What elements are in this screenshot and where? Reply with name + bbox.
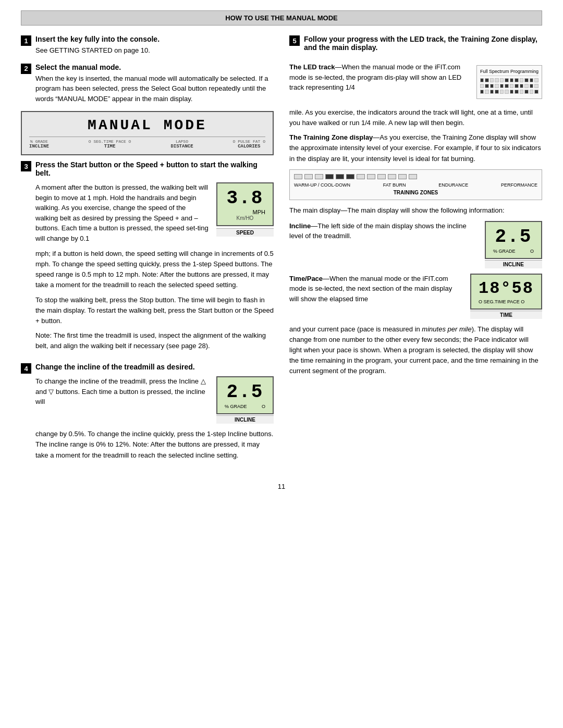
led-cell <box>520 78 524 82</box>
led-cell <box>485 78 489 82</box>
time-label-group: O SEG.TIME PACE O TIME <box>89 139 131 149</box>
training-zone-bottom-label: TRAINING ZONES <box>294 190 537 195</box>
step-1-title: Insert the key fully into the console. <box>35 35 274 43</box>
step-2: 2 Select the manual mode. When the key i… <box>21 63 274 104</box>
training-zone-term: The Training Zone display <box>289 133 373 141</box>
incline-value-step4: 2.5 <box>225 381 265 403</box>
zone-label-warmup: WARM-UP / COOL-DOWN <box>294 182 350 188</box>
zone-labels: WARM-UP / COOL-DOWN FAT BURN ENDURANCE P… <box>294 182 537 188</box>
seg-time-label: O SEG.TIME PACE O <box>479 299 524 304</box>
step-4-inline-row: To change the incline of the treadmill, … <box>35 376 274 424</box>
pulse-label-group: O PULSE FAT O CALORIES <box>233 139 265 149</box>
led-cell <box>524 90 529 94</box>
grade-label-step4: % GRADE <box>225 404 247 409</box>
step-1: 1 Insert the key fully into the console.… <box>21 35 274 56</box>
zone-dot-3 <box>315 174 323 179</box>
led-cell <box>534 90 538 94</box>
step-3-partial-text: A moment after the button is pressed, th… <box>35 182 209 243</box>
led-track-term: The LED track <box>289 63 335 71</box>
lapso-label-group: LAPSO DISTANCE <box>170 139 193 149</box>
incline-dash-text: —The left side of the main display shows… <box>289 222 467 240</box>
grade-label-group: % GRADE INCLINE <box>29 139 49 149</box>
time-body-cont: and your current pace (pace is measured … <box>289 324 542 377</box>
step-1-number: 1 <box>21 35 31 46</box>
incline-bottom-label-main: INCLINE <box>485 260 542 268</box>
led-cell <box>480 90 484 94</box>
led-cell <box>520 84 524 88</box>
zone-indicators <box>294 174 537 179</box>
led-cell <box>530 84 534 88</box>
speed-label: SPEED <box>216 228 274 237</box>
step-4-number: 4 <box>21 363 31 374</box>
led-cell <box>515 90 519 94</box>
time-value: 18°58 <box>479 279 534 298</box>
led-cell <box>480 84 484 88</box>
zone-dot-1 <box>294 174 302 179</box>
zone-label-performance: PERFORMANCE <box>501 182 537 188</box>
led-grid-row2 <box>480 84 538 88</box>
zone-dot-11 <box>398 174 407 179</box>
speed-unit: MPH <box>225 209 265 215</box>
led-track-body-cont: mile. As you exercise, the indicators ar… <box>289 107 542 128</box>
zone-dot-2 <box>304 174 313 179</box>
led-cell <box>520 90 524 94</box>
speed-display-box: 3.8 MPH Km/HO SPEED <box>216 182 274 237</box>
step-3-stop-text: To stop the walking belt, press the Stop… <box>35 295 274 326</box>
led-cell <box>500 78 504 82</box>
step-5-title: Follow your progress with the LED track,… <box>304 35 542 52</box>
o-label-step4: O <box>262 404 265 409</box>
incline-lcd-main: 2.5 % GRADE O <box>485 221 542 259</box>
led-cell <box>485 90 489 94</box>
page-header: HOW TO USE THE MANUAL MODE <box>21 10 542 26</box>
zone-label-endurance: ENDURANCE <box>438 182 468 188</box>
led-grid-row3 <box>480 90 538 94</box>
led-cell <box>515 84 519 88</box>
grade-label-main: % GRADE <box>493 249 516 254</box>
step-2-body: When the key is inserted, the manual mod… <box>35 73 274 104</box>
step-2-content: Select the manual mode. When the key is … <box>35 63 274 104</box>
step-3-number: 3 <box>21 161 31 171</box>
incline-sub-labels-step4: % GRADE O <box>225 404 265 409</box>
time-lcd: 18°58 O SEG.TIME PACE O <box>470 274 542 310</box>
grade-top-label: % GRADE <box>30 139 48 144</box>
led-grid-row1 <box>480 78 538 82</box>
led-cell <box>505 84 509 88</box>
step-2-title: Select the manual mode. <box>35 63 274 71</box>
incline-term: Incline <box>289 222 311 230</box>
led-cell <box>505 78 509 82</box>
step-4-body-cont: change by 0.5%. To change the incline qu… <box>35 429 274 460</box>
zone-dot-4 <box>325 174 334 179</box>
step-5-number: 5 <box>289 35 300 46</box>
incline-bottom: INCLINE <box>29 144 49 149</box>
led-cell <box>524 84 529 88</box>
page-number: 11 <box>21 483 542 490</box>
incline-value-main: 2.5 <box>493 226 534 248</box>
lapso-top-label: LAPSO <box>176 139 188 144</box>
led-track-display: Full Spectrum Programming <box>476 62 542 102</box>
led-cell <box>524 78 529 82</box>
step-4-title: Change the incline of the treadmill as d… <box>35 363 274 371</box>
speed-lcd: 3.8 MPH Km/HO <box>216 182 274 226</box>
time-sub-labels: O SEG.TIME PACE O <box>479 299 534 304</box>
speed-unit2: Km/HO <box>225 215 265 221</box>
step-5-content: Follow your progress with the LED track,… <box>304 35 542 55</box>
time-term: Time/Pace <box>289 275 323 282</box>
zone-dot-12 <box>409 174 417 179</box>
time-maindisplay-text: Time/Pace—When the manual mode or the iF… <box>289 274 463 304</box>
led-cell <box>500 90 504 94</box>
incline-sub-labels-main: % GRADE O <box>493 249 534 254</box>
o-label-main: O <box>530 249 534 254</box>
left-column: 1 Insert the key fully into the console.… <box>21 35 274 472</box>
time-main-display: 18°58 O SEG.TIME PACE O TIME <box>470 274 542 319</box>
step-1-content: Insert the key fully into the console. S… <box>35 35 274 56</box>
led-cell <box>490 84 494 88</box>
zone-dot-6 <box>346 174 354 179</box>
incline-lcd-step4: 2.5 % GRADE O <box>216 376 274 414</box>
two-column-layout: 1 Insert the key fully into the console.… <box>21 35 542 472</box>
led-cell <box>510 78 514 82</box>
step-2-number: 2 <box>21 64 31 74</box>
step-3: 3 Press the Start button or the Speed + … <box>21 161 274 355</box>
led-cell <box>534 84 538 88</box>
time-maindisplay-row: Time/Pace—When the manual mode or the iF… <box>289 274 542 319</box>
manual-mode-display: MANUAL MODE % GRADE INCLINE O SEG.TIME P… <box>21 111 274 155</box>
